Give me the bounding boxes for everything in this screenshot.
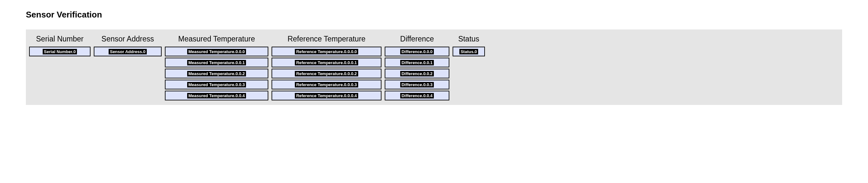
cell-reference-3-value: Reference Temperature.0.0.0.3: [295, 82, 358, 87]
table-columns: Serial Number Serial Number.0 Sensor Add…: [29, 33, 839, 102]
cell-status[interactable]: Status.0: [453, 47, 485, 56]
cell-difference-2-value: Difference.0.0.2: [400, 71, 434, 76]
column-difference: Difference Difference.0.0.0 Difference.0…: [385, 33, 450, 102]
cell-difference-0-value: Difference.0.0.0: [400, 49, 434, 54]
cell-difference-3[interactable]: Difference.0.0.3: [385, 80, 450, 89]
cell-reference-2-value: Reference Temperature.0.0.0.2: [295, 71, 358, 76]
column-status: Status Status.0: [453, 33, 485, 58]
cell-measured-1-value: Measured Temperature.0.0.1: [187, 60, 246, 66]
cell-serial-number[interactable]: Serial Number.0: [29, 47, 91, 56]
header-difference: Difference: [385, 33, 450, 47]
cell-reference-4-value: Reference Temperature.0.0.0.4: [295, 93, 358, 99]
cell-difference-2[interactable]: Difference.0.0.2: [385, 69, 450, 78]
header-status: Status: [453, 33, 485, 47]
column-serial-number: Serial Number Serial Number.0: [29, 33, 91, 58]
column-sensor-address: Sensor Address Sensor Address.0: [94, 33, 162, 58]
cell-reference-2[interactable]: Reference Temperature.0.0.0.2: [272, 69, 381, 78]
column-measured-temperature: Measured Temperature Measured Temperatur…: [165, 33, 268, 102]
cell-difference-4-value: Difference.0.0.4: [400, 93, 434, 99]
cell-serial-number-value: Serial Number.0: [43, 49, 77, 54]
cell-difference-3-value: Difference.0.0.3: [400, 82, 434, 87]
sensor-verification-panel: Serial Number Serial Number.0 Sensor Add…: [26, 29, 842, 105]
cell-measured-3[interactable]: Measured Temperature.0.0.3: [165, 80, 268, 89]
cell-reference-0-value: Reference Temperature.0.0.0.0: [295, 49, 358, 54]
header-reference-temperature: Reference Temperature: [272, 33, 381, 47]
cell-measured-3-value: Measured Temperature.0.0.3: [187, 82, 246, 87]
cell-reference-1[interactable]: Reference Temperature.0.0.0.1: [272, 58, 381, 68]
cell-measured-0-value: Measured Temperature.0.0.0: [187, 49, 246, 54]
cell-measured-1[interactable]: Measured Temperature.0.0.1: [165, 58, 268, 68]
header-serial-number: Serial Number: [29, 33, 91, 47]
cell-reference-1-value: Reference Temperature.0.0.0.1: [295, 60, 358, 66]
header-measured-temperature: Measured Temperature: [165, 33, 268, 47]
cell-measured-4[interactable]: Measured Temperature.0.0.4: [165, 91, 268, 100]
cell-measured-4-value: Measured Temperature.0.0.4: [187, 93, 246, 99]
cell-reference-4[interactable]: Reference Temperature.0.0.0.4: [272, 91, 381, 100]
column-reference-temperature: Reference Temperature Reference Temperat…: [272, 33, 381, 102]
cell-reference-3[interactable]: Reference Temperature.0.0.0.3: [272, 80, 381, 89]
cell-measured-2[interactable]: Measured Temperature.0.0.2: [165, 69, 268, 78]
cell-difference-1[interactable]: Difference.0.0.1: [385, 58, 450, 68]
cell-status-value: Status.0: [459, 49, 478, 54]
cell-sensor-address-value: Sensor Address.0: [108, 49, 147, 54]
cell-difference-1-value: Difference.0.0.1: [400, 60, 434, 66]
cell-measured-0[interactable]: Measured Temperature.0.0.0: [165, 47, 268, 56]
cell-difference-4[interactable]: Difference.0.0.4: [385, 91, 450, 100]
cell-sensor-address[interactable]: Sensor Address.0: [94, 47, 162, 56]
cell-reference-0[interactable]: Reference Temperature.0.0.0.0: [272, 47, 381, 56]
cell-difference-0[interactable]: Difference.0.0.0: [385, 47, 450, 56]
header-sensor-address: Sensor Address: [94, 33, 162, 47]
page-title: Sensor Verification: [26, 10, 842, 20]
cell-measured-2-value: Measured Temperature.0.0.2: [187, 71, 246, 76]
